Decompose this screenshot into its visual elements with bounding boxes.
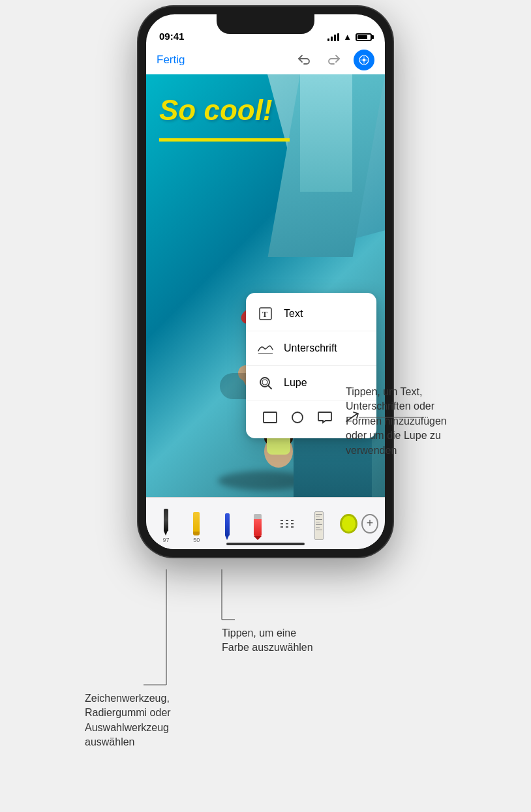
signal-bars-icon bbox=[327, 33, 339, 41]
signature-icon bbox=[256, 339, 275, 357]
ruler-tool-button[interactable] bbox=[306, 504, 333, 543]
undo-button[interactable] bbox=[294, 50, 314, 70]
popup-item-signature[interactable]: Unterschrift bbox=[246, 331, 376, 366]
markup-button[interactable] bbox=[354, 50, 374, 70]
done-button[interactable]: Fertig bbox=[157, 53, 185, 67]
marker-tool-button[interactable]: 50 bbox=[183, 504, 210, 543]
marker-number: 50 bbox=[193, 537, 200, 543]
photo-underline bbox=[159, 138, 290, 142]
svg-point-23 bbox=[292, 412, 303, 423]
add-icon: + bbox=[367, 517, 374, 530]
blue-pen-tool-button[interactable] bbox=[214, 504, 241, 543]
shape-circle-button[interactable] bbox=[288, 408, 307, 427]
color-picker-button[interactable] bbox=[340, 514, 357, 534]
status-time: 09:41 bbox=[159, 31, 184, 42]
shape-rect-button[interactable] bbox=[261, 408, 279, 427]
add-tool-button[interactable]: + bbox=[361, 514, 378, 534]
svg-point-0 bbox=[363, 59, 366, 62]
nav-bar: Fertig bbox=[146, 46, 385, 74]
wifi-icon: ▲ bbox=[343, 32, 352, 42]
pen-number: 97 bbox=[162, 537, 169, 543]
popup-text-label: Text bbox=[284, 308, 303, 320]
magnify-icon bbox=[256, 374, 275, 392]
right-annotation: Tippen, um Text, Unterschriften oder For… bbox=[346, 385, 463, 458]
phone-screen: 09:41 ▲ Fertig bbox=[146, 14, 385, 549]
svg-text:T: T bbox=[262, 310, 267, 319]
phone-frame: 09:41 ▲ Fertig bbox=[138, 7, 393, 557]
shape-speech-button[interactable] bbox=[316, 408, 334, 427]
eraser-tool-button[interactable] bbox=[245, 504, 271, 543]
photo-overlay-text: So cool! bbox=[159, 94, 273, 127]
svg-line-21 bbox=[268, 385, 271, 389]
home-indicator bbox=[226, 543, 305, 545]
popup-lupe-label: Lupe bbox=[284, 377, 307, 389]
lasso-tool-button[interactable] bbox=[275, 504, 302, 543]
popup-signature-label: Unterschrift bbox=[284, 342, 337, 354]
battery-icon bbox=[356, 33, 372, 41]
bottom-left-annotation: Zeichenwerkzeug, Radiergummi oder Auswah… bbox=[85, 691, 202, 750]
nav-actions bbox=[294, 50, 374, 70]
drawing-toolbar: 97 50 bbox=[146, 497, 385, 549]
pen-tool-button[interactable]: 97 bbox=[153, 504, 179, 543]
popup-item-text[interactable]: T Text bbox=[246, 297, 376, 331]
svg-rect-22 bbox=[264, 412, 277, 423]
notch bbox=[217, 14, 314, 34]
redo-button[interactable] bbox=[324, 50, 344, 70]
bottom-center-annotation: Tippen, um eine Farbe auszuwählen bbox=[222, 626, 326, 655]
text-icon: T bbox=[256, 305, 275, 323]
svg-point-20 bbox=[262, 380, 267, 385]
status-icons: ▲ bbox=[327, 32, 372, 42]
